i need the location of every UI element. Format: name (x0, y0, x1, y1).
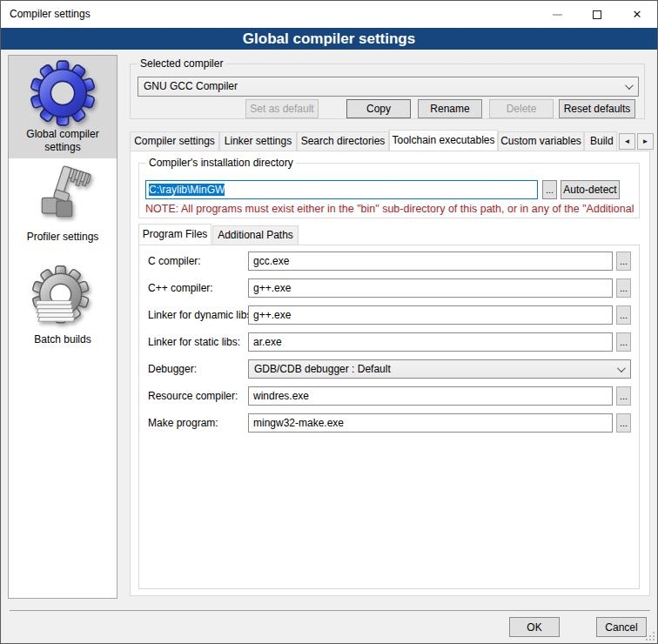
delete-button: Delete (489, 99, 554, 118)
cancel-button[interactable]: Cancel (596, 617, 647, 637)
close-icon: ✕ (633, 9, 642, 20)
selected-compiler-group: Selected compiler GNU GCC Compiler Set a… (130, 64, 645, 119)
cpp-compiler-label: C++ compiler: (148, 278, 213, 298)
linker-dynamic-browse-button[interactable]: ... (616, 305, 631, 325)
reset-defaults-button[interactable]: Reset defaults (559, 99, 635, 118)
linker-static-label: Linker for static libs: (148, 332, 240, 352)
window-title: Compiler settings (10, 1, 91, 28)
resize-grip[interactable] (646, 632, 655, 641)
debugger-value: GDB/CDB debugger : Default (254, 363, 391, 375)
sidebar-item-global-compiler-settings[interactable]: Global compiler settings (9, 56, 117, 158)
tab-custom-variables[interactable]: Custom variables (498, 131, 584, 151)
titlebar: Compiler settings ✕ (1, 1, 657, 28)
make-program-label: Make program: (148, 413, 218, 433)
sidebar-item-label: Batch builds (9, 333, 117, 346)
maximize-icon (593, 10, 601, 19)
selected-compiler-legend: Selected compiler (138, 57, 225, 70)
resource-compiler-input[interactable] (248, 386, 613, 406)
tab-toolchain-executables[interactable]: Toolchain executables (389, 130, 498, 151)
auto-detect-button[interactable]: Auto-detect (561, 180, 620, 199)
linker-static-browse-button[interactable]: ... (616, 332, 631, 352)
field-row-linker-dynamic: Linker for dynamic libs: ... (139, 305, 641, 325)
resource-compiler-browse-button[interactable]: ... (616, 386, 631, 406)
install-dir-input[interactable]: C:\raylib\MinGW (145, 180, 538, 199)
caliper-icon (30, 163, 96, 229)
program-files-page: C compiler: ... C++ compiler: ... Linker… (138, 245, 640, 589)
compiler-settings-dialog: Compiler settings ✕ Global compiler sett… (0, 0, 658, 644)
sidebar-item-profiler-settings[interactable]: Profiler settings (9, 158, 117, 261)
sidebar-item-label: Global compiler settings (15, 128, 111, 154)
linker-dynamic-label: Linker for dynamic libs: (148, 305, 255, 325)
minimize-button (537, 1, 577, 28)
field-row-cpp-compiler: C++ compiler: ... (139, 278, 641, 298)
rename-button[interactable]: Rename (418, 99, 482, 118)
debugger-dropdown[interactable]: GDB/CDB debugger : Default (248, 359, 631, 379)
minimize-icon (553, 14, 562, 16)
tab-linker-settings[interactable]: Linker settings (219, 131, 297, 151)
install-dir-browse-button[interactable]: ... (542, 180, 557, 199)
chevron-down-icon (625, 81, 634, 90)
field-row-debugger: Debugger: GDB/CDB debugger : Default (139, 359, 641, 379)
field-row-linker-static: Linker for static libs: ... (139, 332, 641, 352)
gear-blue-icon (30, 60, 96, 126)
c-compiler-browse-button[interactable]: ... (616, 252, 631, 271)
make-program-browse-button[interactable]: ... (616, 413, 631, 433)
linker-dynamic-input[interactable] (248, 305, 613, 325)
tab-search-directories[interactable]: Search directories (297, 131, 389, 151)
field-row-resource-compiler: Resource compiler: ... (139, 386, 641, 406)
copy-button[interactable]: Copy (346, 99, 411, 118)
make-program-input[interactable] (248, 413, 613, 433)
linker-static-input[interactable] (248, 332, 613, 352)
install-dir-note: NOTE: All programs must exist either in … (145, 203, 634, 216)
window-controls: ✕ (537, 1, 657, 28)
c-compiler-label: C compiler: (148, 252, 201, 271)
installation-directory-legend: Compiler's installation directory (146, 157, 296, 169)
set-as-default-button: Set as default (245, 99, 319, 118)
sidebar-item-label: Profiler settings (9, 231, 117, 244)
install-dir-value: C:\raylib\MinGW (149, 184, 225, 196)
field-row-make-program: Make program: ... (139, 413, 641, 433)
debugger-label: Debugger: (148, 359, 197, 379)
tab-scroll-left-icon[interactable]: ◄ (619, 133, 635, 150)
c-compiler-input[interactable] (248, 252, 613, 271)
ok-button[interactable]: OK (509, 617, 560, 637)
compiler-tabs: Compiler settings Linker settings Search… (130, 131, 652, 151)
tab-build-options[interactable]: Build options (584, 131, 617, 151)
footer-divider (10, 610, 650, 611)
settings-category-list: Global compiler settings (8, 55, 118, 599)
cpp-compiler-input[interactable] (248, 278, 613, 298)
page-title: Global compiler settings (1, 28, 657, 50)
gear-papers-icon (30, 265, 96, 332)
close-button[interactable]: ✕ (617, 1, 657, 28)
subtab-program-files[interactable]: Program Files (138, 224, 212, 245)
field-row-c-compiler: C compiler: ... (139, 252, 641, 271)
cpp-compiler-browse-button[interactable]: ... (616, 278, 631, 298)
selected-compiler-value: GNU GCC Compiler (144, 80, 238, 92)
maximize-button[interactable] (577, 1, 617, 28)
subtab-additional-paths[interactable]: Additional Paths (212, 225, 299, 245)
tab-compiler-settings[interactable]: Compiler settings (130, 131, 219, 151)
selected-compiler-dropdown[interactable]: GNU GCC Compiler (138, 77, 639, 97)
tab-scroll-right-icon[interactable]: ► (637, 133, 654, 150)
resource-compiler-label: Resource compiler: (148, 386, 238, 406)
chevron-down-icon (617, 364, 626, 372)
sidebar-item-batch-builds[interactable]: Batch builds (9, 261, 117, 364)
